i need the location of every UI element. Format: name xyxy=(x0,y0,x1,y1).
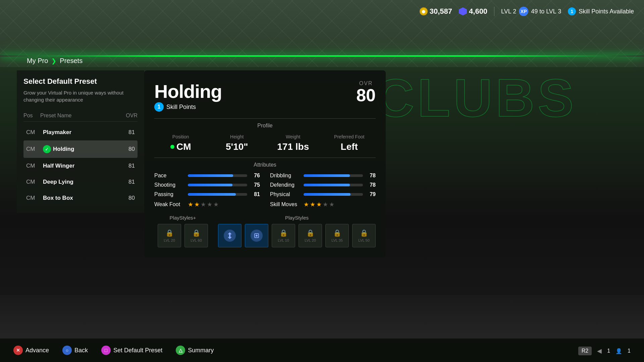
ps-icon-locked-4: 🔒 LVL 50 xyxy=(352,224,376,247)
dribbling-label: Dribbling xyxy=(270,173,300,179)
pace-row: Pace 76 xyxy=(154,173,260,179)
ps-active-symbol-2 xyxy=(251,230,263,242)
passing-row: Passing 81 xyxy=(154,191,260,197)
shooting-bar-container xyxy=(188,184,247,186)
dribbling-row: Dribbling 78 xyxy=(270,173,376,179)
xp-icon: XP xyxy=(519,7,528,16)
ovr-value: 80 xyxy=(356,86,376,104)
ps-icon-locked-1: 🔒 LVL 10 xyxy=(272,224,295,247)
breadcrumb-parent[interactable]: My Pro xyxy=(27,57,48,65)
attributes-left: Pace 76 Shooting 75 Passing 81 xyxy=(154,173,260,208)
back-label: Back xyxy=(74,347,88,354)
preset-name-section: Holding 1 Skill Points xyxy=(154,80,222,112)
playstyles-section: PlayStyles xyxy=(218,215,376,247)
weak-foot-label: Weak Foot xyxy=(154,201,184,207)
defending-row: Defending 78 xyxy=(270,182,376,188)
breadcrumb-arrow-icon: ❯ xyxy=(51,57,56,65)
preset-row-holding[interactable]: CM ✓ Holding 80 xyxy=(23,140,138,158)
gems-icon xyxy=(459,7,467,15)
star-4: ★ xyxy=(207,201,212,208)
sm-star-2: ★ xyxy=(310,201,315,208)
position-value-container: CM xyxy=(154,141,207,152)
divider-1 xyxy=(154,118,376,119)
set-default-button[interactable]: □ Set Default Preset xyxy=(101,346,162,355)
playstyles-plus-label: PlayStyles+ xyxy=(154,215,211,221)
set-default-label: Set Default Preset xyxy=(113,347,162,354)
top-hud: ● 30,587 4,600 LVL 2 XP 49 to LVL 3 1 Sk… xyxy=(420,7,634,16)
attributes-right: Dribbling 78 Defending 78 Physical 79 xyxy=(270,173,376,208)
preset-row-box-to-box[interactable]: CM Box to Box 80 xyxy=(23,190,138,206)
back-button[interactable]: ○ Back xyxy=(62,346,88,355)
divider-2 xyxy=(154,158,376,158)
playstyles-icons: 🔒 LVL 10 🔒 LVL 20 🔒 LVL 35 🔒 LVL 50 xyxy=(218,224,376,247)
height-item: Height 5'10" xyxy=(211,134,264,152)
position-label: Position xyxy=(154,134,207,139)
foot-label: Preferred Foot xyxy=(323,134,376,139)
svg-point-1 xyxy=(256,235,258,237)
panel-description: Grow your Virtual Pro in unique ways wit… xyxy=(23,89,138,103)
dribbling-bar-container xyxy=(304,174,363,177)
attributes-section-label: Attributes xyxy=(154,162,376,168)
attributes-grid: Pace 76 Shooting 75 Passing 81 xyxy=(154,173,376,208)
ps-plus-icon-2: 🔒 LVL 60 xyxy=(184,224,208,247)
passing-value: 81 xyxy=(251,191,260,197)
coins-value: 30,587 xyxy=(430,7,452,16)
physical-row: Physical 79 xyxy=(270,191,376,197)
shooting-value: 75 xyxy=(251,182,260,188)
ps-level-4: LVL 50 xyxy=(358,238,370,242)
sm-star-5: ★ xyxy=(329,201,334,208)
ps-icon-active-1 xyxy=(218,224,241,247)
preset-row-half-winger[interactable]: CM Half Winger 81 xyxy=(23,158,138,174)
summary-button[interactable]: △ Summary xyxy=(176,346,214,355)
skill-points-label: Skill Points Available xyxy=(579,8,634,15)
playstyles-plus-section: PlayStyles+ 🔒 LVL 20 🔒 LVL 60 xyxy=(154,215,211,247)
lock-icon-1: 🔒 xyxy=(165,229,174,237)
shooting-row: Shooting 75 xyxy=(154,182,260,188)
player-icon: 👤 xyxy=(615,348,622,354)
dribbling-bar xyxy=(304,174,350,177)
chevron-left-icon[interactable]: ◀ xyxy=(597,347,602,355)
preset-title: Holding xyxy=(154,80,222,102)
position-item: Position CM xyxy=(154,134,207,152)
holding-name-container: ✓ Holding xyxy=(43,145,115,153)
preset-row-playmaker[interactable]: CM Playmaker 81 xyxy=(23,124,138,140)
playstyles-plus-icons: 🔒 LVL 20 🔒 LVL 60 xyxy=(154,224,211,247)
x-button-icon: ✕ xyxy=(13,346,23,355)
sm-star-4: ★ xyxy=(323,201,328,208)
height-value: 5'10" xyxy=(211,141,264,152)
panel-title: Select Default Preset xyxy=(23,77,138,86)
physical-bar xyxy=(304,193,351,196)
players-count: 1 xyxy=(628,348,631,354)
ps-plus-level-1: LVL 20 xyxy=(164,238,175,242)
triangle-button-icon: △ xyxy=(176,346,185,355)
shooting-label: Shooting xyxy=(154,182,184,188)
skill-points-notice: 1 Skill Points Available xyxy=(568,7,634,15)
preset-row-deep-lying[interactable]: CM Deep Lying 81 xyxy=(23,174,138,190)
physical-bar-container xyxy=(304,193,363,196)
ps-icon-locked-3: 🔒 LVL 35 xyxy=(325,224,349,247)
ps-icon-locked-2: 🔒 LVL 20 xyxy=(299,224,322,247)
summary-label: Summary xyxy=(188,347,214,354)
pace-bar-container xyxy=(188,174,247,177)
advance-label: Advance xyxy=(25,347,49,354)
weight-label: Weight xyxy=(267,134,320,139)
pace-value: 76 xyxy=(251,173,260,179)
defending-bar xyxy=(304,184,350,186)
ovr-box: OVR 80 xyxy=(356,80,376,104)
bottom-right-hud: R2 ◀ 1 👤 1 xyxy=(578,347,631,355)
bottom-nav: ✕ Advance ○ Back □ Set Default Preset △ … xyxy=(0,339,644,362)
star-5: ★ xyxy=(213,201,219,208)
check-icon: ✓ xyxy=(43,145,51,153)
weak-foot-stars: ★ ★ ★ ★ ★ xyxy=(188,201,219,208)
weak-foot-row: Weak Foot ★ ★ ★ ★ ★ xyxy=(154,201,260,208)
advance-button[interactable]: ✕ Advance xyxy=(13,346,49,355)
main-card: Holding 1 Skill Points OVR 80 Profile Po… xyxy=(144,70,386,257)
skill-moves-label: Skill Moves xyxy=(270,201,300,207)
breadcrumb: My Pro ❯ Presets xyxy=(27,57,83,65)
square-button-icon: □ xyxy=(101,346,111,355)
passing-label: Passing xyxy=(154,191,184,197)
card-header: Holding 1 Skill Points OVR 80 xyxy=(154,80,376,112)
star-2: ★ xyxy=(194,201,200,208)
page-number: 1 xyxy=(607,348,610,354)
ps-icon-active-2 xyxy=(245,224,268,247)
